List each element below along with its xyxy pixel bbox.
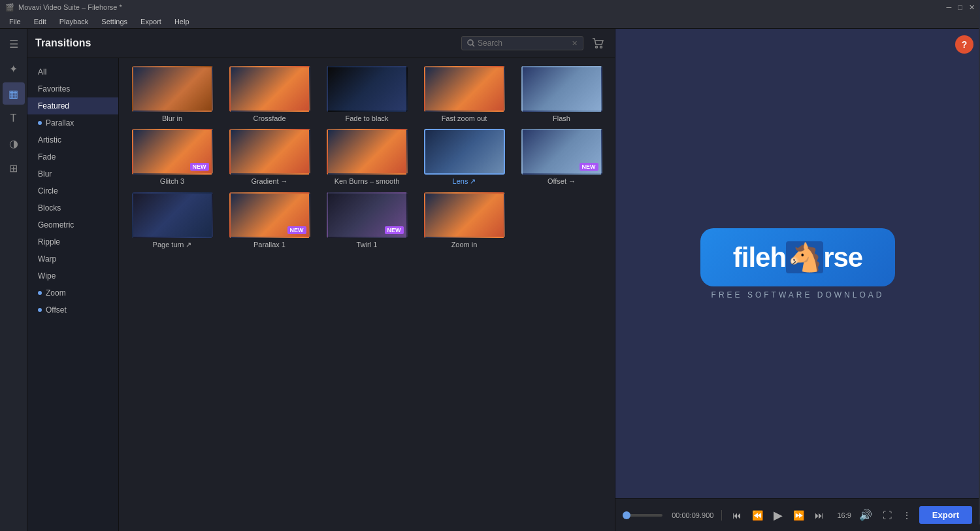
help-button[interactable]: ?	[955, 35, 973, 54]
nav-list: All Favorites Featured Parallax Artistic…	[27, 58, 119, 531]
transition-glitch[interactable]: NEW Glitch 3	[127, 129, 218, 186]
nav-zoom[interactable]: Zoom	[27, 284, 118, 301]
cart-icon	[592, 37, 604, 49]
play-btn[interactable]: ▶	[771, 507, 785, 524]
transition-thumb-offset: NEW	[521, 129, 602, 175]
menu-help[interactable]: Help	[168, 16, 196, 27]
sidebar-filters-btn[interactable]: ◑	[3, 132, 25, 154]
transition-twirl[interactable]: NEW Twirl 1	[321, 192, 412, 249]
search-clear-icon[interactable]: ✕	[572, 39, 578, 48]
nav-blocks[interactable]: Blocks	[27, 199, 118, 216]
menu-file[interactable]: File	[3, 16, 27, 27]
app-icon: 🎬	[5, 3, 14, 12]
nav-warp[interactable]: Warp	[27, 250, 118, 267]
badge-new-offset: NEW	[580, 163, 598, 171]
transition-label-gradient: Gradient →	[251, 177, 287, 185]
sidebar-overlays-btn[interactable]: ⊞	[3, 157, 25, 179]
nav-featured[interactable]: Featured	[27, 97, 118, 114]
prev-frame-btn[interactable]: ⏪	[749, 509, 766, 522]
minimize-btn[interactable]: ─	[947, 3, 952, 12]
nav-geometric[interactable]: Geometric	[27, 216, 118, 233]
menubar: File Edit Playback Settings Export Help	[0, 14, 980, 29]
transition-thumb-fade-black	[327, 66, 408, 112]
progress-bar[interactable]	[623, 514, 662, 517]
menu-settings[interactable]: Settings	[95, 16, 134, 27]
export-button[interactable]: Export	[919, 506, 972, 524]
sidebar-media-btn[interactable]: ☰	[3, 33, 25, 55]
transition-label-fast-zoom: Fast zoom out	[442, 114, 487, 122]
transition-label-crossfade: Crossfade	[253, 114, 286, 122]
search-box[interactable]: ✕	[461, 36, 583, 50]
transition-label-parallax: Parallax 1	[253, 241, 286, 248]
transition-thumb-blur-in	[132, 66, 213, 112]
transition-parallax[interactable]: NEW Parallax 1	[224, 192, 315, 249]
panel-header: Transitions ✕	[27, 29, 615, 58]
cart-btn[interactable]	[589, 34, 607, 52]
preview-controls: 00:00:09.900 ⏮ ⏪ ▶ ⏩ ⏭ 16:9 🔊 ⛶ ⋮ Export	[615, 498, 980, 531]
transition-gradient[interactable]: Gradient →	[224, 129, 315, 186]
transition-zoom-in[interactable]: Zoom in	[419, 192, 510, 249]
menu-edit[interactable]: Edit	[27, 16, 53, 27]
transition-thumb-page-turn	[132, 192, 213, 238]
nav-dot-parallax	[38, 121, 42, 125]
transition-crossfade[interactable]: Crossfade	[224, 66, 315, 122]
transitions-panel: Transitions ✕ All Favorites Featured Par…	[27, 29, 615, 531]
skip-start-btn[interactable]: ⏮	[730, 509, 744, 522]
transition-label-fade-black: Fade to black	[345, 114, 388, 122]
search-input[interactable]	[478, 39, 569, 48]
volume-btn[interactable]: 🔊	[857, 507, 875, 522]
filehorse-logo-text: fileh🐴rse	[733, 241, 862, 273]
transition-lens[interactable]: Lens ↗	[419, 129, 510, 186]
sidebar-effects-btn[interactable]: ✦	[3, 58, 25, 80]
transition-thumb-crossfade	[229, 66, 310, 112]
transition-label-offset: Offset →	[547, 177, 576, 185]
menu-export[interactable]: Export	[134, 16, 168, 27]
aspect-ratio-display: 16:9	[837, 511, 851, 519]
sidebar-text-btn[interactable]: T	[3, 107, 25, 129]
transition-label-glitch: Glitch 3	[160, 177, 184, 185]
nav-artistic[interactable]: Artistic	[27, 131, 118, 148]
progress-handle[interactable]	[623, 511, 630, 519]
transition-ken-burns[interactable]: Ken Burns – smooth	[321, 129, 412, 186]
next-frame-btn[interactable]: ⏩	[791, 509, 807, 522]
nav-offset[interactable]: Offset	[27, 301, 118, 318]
maximize-btn[interactable]: □	[958, 3, 962, 12]
transition-thumb-lens	[424, 129, 505, 175]
svg-point-0	[468, 40, 473, 45]
transition-page-turn[interactable]: Page turn ↗	[127, 192, 218, 249]
transition-flash[interactable]: Flash	[516, 66, 607, 122]
skip-end-btn[interactable]: ⏭	[812, 509, 826, 522]
transition-label-zoom-in: Zoom in	[451, 241, 478, 248]
transition-blur-in[interactable]: Blur in	[127, 66, 218, 122]
preview-area: fileh🐴rse FREE SOFTWARE DOWNLOAD ?	[615, 29, 980, 498]
nav-dot-offset	[38, 308, 42, 312]
sidebar-transitions-btn[interactable]: ▦	[3, 82, 25, 105]
panel-title: Transitions	[35, 37, 456, 49]
more-options-btn[interactable]: ⋮	[900, 509, 914, 522]
main-layout: ☰ ✦ ▦ T ◑ ⊞ Transitions ✕ All Favorites	[0, 29, 980, 531]
nav-ripple[interactable]: Ripple	[27, 233, 118, 250]
transition-label-page-turn: Page turn ↗	[153, 241, 192, 249]
close-btn[interactable]: ✕	[969, 3, 975, 12]
titlebar-controls[interactable]: ─ □ ✕	[947, 3, 975, 12]
app-title: Movavi Video Suite – Filehorse *	[18, 3, 122, 11]
filehorse-horse-icon: 🐴	[786, 241, 823, 273]
transition-fade-black[interactable]: Fade to black	[321, 66, 412, 122]
fullscreen-btn[interactable]: ⛶	[880, 509, 894, 522]
menu-playback[interactable]: Playback	[53, 16, 95, 27]
transition-fast-zoom[interactable]: Fast zoom out	[419, 66, 510, 122]
filehorse-subtitle: FREE SOFTWARE DOWNLOAD	[700, 290, 895, 300]
svg-point-3	[600, 46, 602, 48]
nav-parallax[interactable]: Parallax	[27, 114, 118, 131]
nav-all[interactable]: All	[27, 63, 118, 80]
time-display: 00:00:09.900	[672, 511, 713, 519]
nav-blur[interactable]: Blur	[27, 165, 118, 182]
nav-wipe[interactable]: Wipe	[27, 267, 118, 284]
nav-fade[interactable]: Fade	[27, 148, 118, 165]
transition-offset[interactable]: NEW Offset →	[516, 129, 607, 186]
nav-favorites[interactable]: Favorites	[27, 80, 118, 97]
badge-new-twirl: NEW	[385, 226, 404, 234]
transition-thumb-glitch: NEW	[132, 129, 213, 175]
nav-circle[interactable]: Circle	[27, 182, 118, 199]
badge-new-parallax: NEW	[287, 226, 306, 234]
